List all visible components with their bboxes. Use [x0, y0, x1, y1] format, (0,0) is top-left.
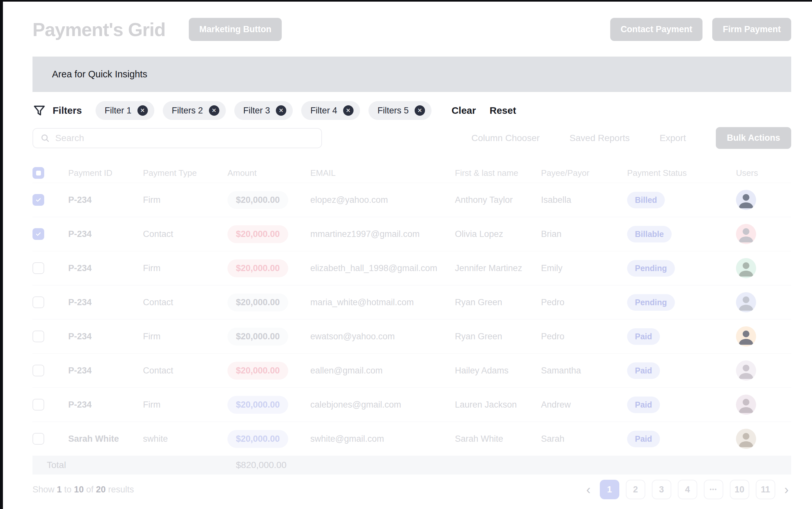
- filter-chip[interactable]: Filter 3 ✕: [234, 101, 293, 120]
- name-cell: Olivia Lopez: [455, 229, 541, 239]
- page-button-3[interactable]: 3: [652, 480, 671, 499]
- remove-filter-icon[interactable]: ✕: [137, 105, 148, 116]
- total-amount: $820,000.00: [227, 460, 310, 470]
- payee-payor-cell: Brian: [541, 229, 627, 239]
- next-page-button[interactable]: ›: [782, 483, 791, 496]
- name-cell: Lauren Jackson: [455, 400, 541, 410]
- amount-pill: $20,000.00: [227, 396, 288, 414]
- table-toolbar: Column Chooser Saved Reports Export Bulk…: [33, 127, 791, 149]
- export-button[interactable]: Export: [660, 133, 686, 143]
- select-all-checkbox[interactable]: [33, 167, 44, 179]
- row-checkbox[interactable]: [33, 194, 44, 206]
- remove-filter-icon[interactable]: ✕: [209, 105, 219, 116]
- user-avatar-image: [736, 224, 756, 244]
- header-actions: Contact Payment Firm Payment: [610, 18, 791, 41]
- email-cell: eallen@gmail.com: [310, 366, 455, 376]
- toolbar-actions: Column Chooser Saved Reports Export Bulk…: [471, 127, 791, 149]
- reset-filters-button[interactable]: Reset: [490, 105, 516, 116]
- filter-chip[interactable]: Filter 1 ✕: [96, 101, 154, 120]
- avatar[interactable]: [736, 429, 756, 449]
- table-row: P-234 Contact $20,000.00 mmartinez1997@g…: [33, 217, 791, 251]
- payment-status-cell: Billed: [627, 192, 736, 208]
- avatar[interactable]: [736, 395, 756, 415]
- page-button-10[interactable]: 10: [730, 480, 749, 499]
- page-button-4[interactable]: 4: [678, 480, 697, 499]
- table-row: P-234 Firm $20,000.00 elopez@yahoo.com A…: [33, 183, 791, 217]
- row-checkbox[interactable]: [33, 297, 44, 308]
- name-cell: Jennifer Martinez: [455, 263, 541, 273]
- status-badge: Paid: [627, 397, 660, 413]
- row-checkbox[interactable]: [33, 433, 44, 445]
- firm-payment-button[interactable]: Firm Payment: [712, 18, 791, 41]
- payment-id-cell: Sarah White: [68, 434, 143, 444]
- saved-reports-button[interactable]: Saved Reports: [570, 133, 630, 143]
- search-input[interactable]: [55, 133, 314, 143]
- payment-type-cell: Firm: [143, 195, 227, 205]
- contact-payment-button[interactable]: Contact Payment: [610, 18, 703, 41]
- status-badge: Billable: [627, 226, 672, 242]
- column-header-email[interactable]: EMAIL: [310, 168, 455, 178]
- column-header-payment-id[interactable]: Payment ID: [68, 168, 143, 178]
- payment-status-cell: Paid: [627, 431, 736, 447]
- payee-payor-cell: Andrew: [541, 400, 627, 410]
- results-summary: Show 1 to 10 of 20 results: [33, 485, 134, 495]
- row-checkbox[interactable]: [33, 262, 44, 274]
- avatar[interactable]: [736, 326, 756, 346]
- filter-chip[interactable]: Filters 2 ✕: [163, 101, 226, 120]
- payments-grid-page: Payment's Grid Marketing Button Contact …: [3, 2, 812, 499]
- page-button-11[interactable]: 11: [756, 480, 775, 499]
- payment-status-cell: Paid: [627, 363, 736, 379]
- amount-cell: $20,000.00: [227, 430, 310, 448]
- payment-type-cell: Contact: [143, 229, 227, 239]
- payment-status-cell: Paid: [627, 397, 736, 413]
- previous-page-button[interactable]: ‹: [584, 483, 593, 496]
- bulk-actions-button[interactable]: Bulk Actions: [716, 127, 791, 149]
- avatar[interactable]: [736, 361, 756, 381]
- payment-id-cell: P-234: [68, 366, 143, 376]
- total-label: Total: [33, 460, 227, 470]
- column-chooser-button[interactable]: Column Chooser: [471, 133, 540, 143]
- payee-payor-cell: Isabella: [541, 195, 627, 205]
- filter-chip[interactable]: Filter 4 ✕: [301, 101, 360, 120]
- column-header-payment-status[interactable]: Payment Status: [627, 168, 736, 178]
- users-cell: [736, 258, 791, 278]
- page-button-1[interactable]: 1: [600, 480, 619, 499]
- row-checkbox[interactable]: [33, 331, 44, 342]
- column-header-payment-type[interactable]: Payment Type: [143, 168, 227, 178]
- payee-payor-cell: Pedro: [541, 297, 627, 307]
- payment-id-cell: P-234: [68, 332, 143, 342]
- table-footer: Show 1 to 10 of 20 results ‹ 1 2 3 4 •••…: [33, 480, 791, 499]
- marketing-button[interactable]: Marketing Button: [189, 18, 282, 41]
- row-checkbox[interactable]: [33, 399, 44, 410]
- user-avatar-image: [736, 361, 756, 381]
- row-checkbox[interactable]: [33, 228, 44, 240]
- column-header-amount[interactable]: Amount: [227, 168, 310, 178]
- avatar[interactable]: [736, 190, 756, 210]
- search-icon: [40, 133, 50, 143]
- filter-chip-label: Filter 4: [310, 106, 337, 116]
- page-ellipsis-button[interactable]: •••: [704, 480, 723, 499]
- filter-chip[interactable]: Filters 5 ✕: [368, 101, 431, 120]
- search-box[interactable]: [33, 128, 322, 148]
- row-checkbox[interactable]: [33, 365, 44, 376]
- payment-id-cell: P-234: [68, 400, 143, 410]
- email-cell: mmartinez1997@gmail.com: [310, 229, 455, 239]
- table-row: P-234 Firm $20,000.00 elizabeth_hall_199…: [33, 251, 791, 285]
- avatar[interactable]: [736, 292, 756, 312]
- payment-type-cell: Firm: [143, 400, 227, 410]
- column-header-users[interactable]: Users: [736, 168, 791, 178]
- avatar[interactable]: [736, 224, 756, 244]
- clear-filters-button[interactable]: Clear: [452, 105, 476, 116]
- remove-filter-icon[interactable]: ✕: [343, 105, 354, 116]
- table-row: P-234 Contact $20,000.00 maria_white@hot…: [33, 285, 791, 319]
- avatar[interactable]: [736, 258, 756, 278]
- column-header-payee-payor[interactable]: Payee/Payor: [541, 168, 627, 178]
- payment-status-cell: Pending: [627, 294, 736, 311]
- name-cell: Hailey Adams: [455, 366, 541, 376]
- page-button-2[interactable]: 2: [626, 480, 645, 499]
- remove-filter-icon[interactable]: ✕: [415, 105, 425, 116]
- remove-filter-icon[interactable]: ✕: [276, 105, 286, 116]
- user-avatar-image: [736, 326, 756, 346]
- payment-type-cell: swhite: [143, 434, 227, 444]
- column-header-name[interactable]: First & last name: [455, 168, 541, 178]
